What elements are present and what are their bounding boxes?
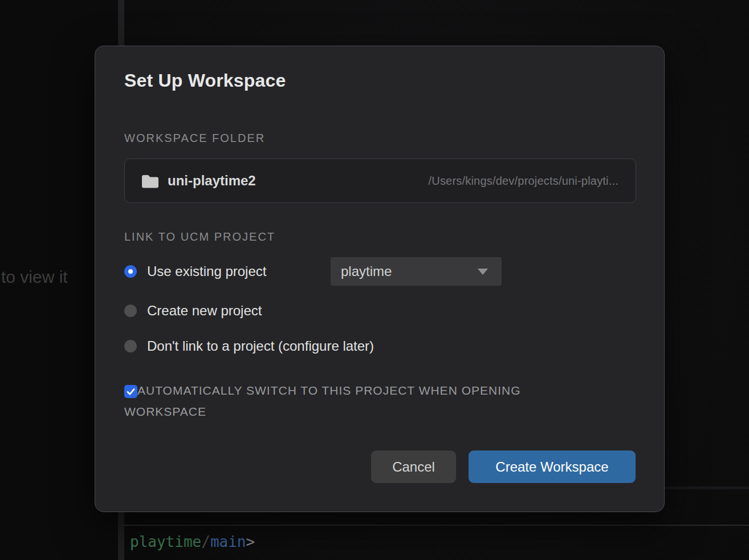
create-workspace-button[interactable]: Create Workspace bbox=[469, 451, 636, 483]
project-dropdown-value: playtime bbox=[341, 263, 392, 279]
radio-label-dont-link: Don't link to a project (configure later… bbox=[147, 338, 374, 354]
chevron-down-icon bbox=[478, 269, 488, 275]
radio-label-use-existing: Use existing project bbox=[147, 263, 266, 279]
folder-path: /Users/kings/dev/projects/uni-playti... bbox=[429, 175, 618, 188]
setup-workspace-dialog: Set Up Workspace WORKSPACE FOLDER uni-pl… bbox=[95, 46, 665, 512]
radio-option-use-existing-project[interactable]: Use existing project playtime bbox=[124, 257, 637, 286]
radio-unselected-icon[interactable] bbox=[124, 305, 137, 317]
radio-unselected-icon[interactable] bbox=[124, 340, 137, 352]
project-dropdown[interactable]: playtime bbox=[331, 257, 502, 286]
terminal-prompt[interactable]: playtime/main> bbox=[130, 532, 746, 551]
link-to-ucm-project-label: LINK TO UCM PROJECT bbox=[124, 230, 275, 244]
workspace-folder-input[interactable]: uni-playtime2 /Users/kings/dev/projects/… bbox=[124, 159, 636, 203]
folder-icon bbox=[141, 174, 159, 188]
dialog-title: Set Up Workspace bbox=[124, 70, 286, 91]
checkbox-checked-icon[interactable] bbox=[124, 385, 137, 398]
workspace-folder-label: WORKSPACE FOLDER bbox=[124, 132, 265, 145]
terminal-caret: > bbox=[246, 533, 255, 550]
radio-label-create-new: Create new project bbox=[147, 303, 262, 319]
folder-name: uni-playtime2 bbox=[168, 173, 256, 189]
radio-selected-icon[interactable] bbox=[124, 265, 137, 278]
auto-switch-checkbox-row[interactable]: AUTOMATICALLY SWITCH TO THIS PROJECT WHE… bbox=[124, 380, 575, 422]
terminal-branch-name: main bbox=[210, 533, 246, 550]
folder-name-group: uni-playtime2 bbox=[141, 173, 256, 189]
dialog-actions: Cancel Create Workspace bbox=[95, 451, 664, 483]
terminal-separator: / bbox=[201, 533, 210, 550]
terminal-project-name: playtime bbox=[130, 533, 201, 550]
background-partial-text: to view it bbox=[1, 267, 68, 287]
cancel-button[interactable]: Cancel bbox=[371, 451, 456, 483]
radio-option-create-new-project[interactable]: Create new project bbox=[124, 302, 262, 320]
radio-option-dont-link[interactable]: Don't link to a project (configure later… bbox=[124, 337, 374, 355]
auto-switch-label: AUTOMATICALLY SWITCH TO THIS PROJECT WHE… bbox=[124, 384, 520, 418]
background-divider-lower bbox=[124, 525, 749, 526]
